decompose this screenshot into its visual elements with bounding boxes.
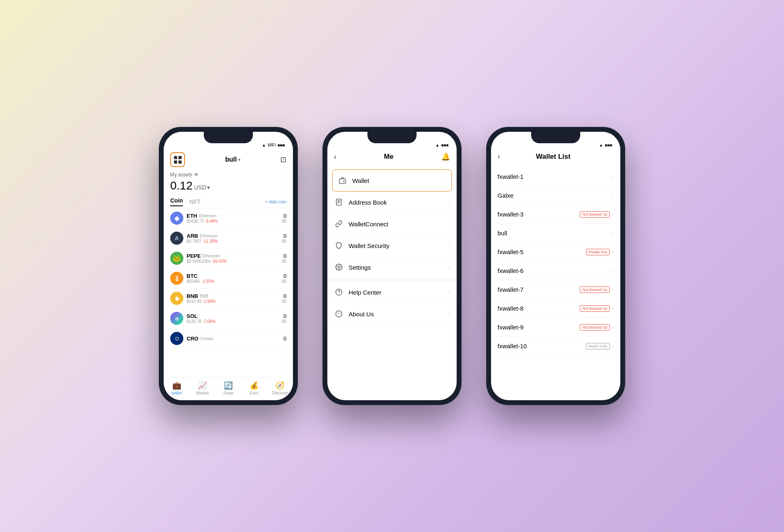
wallet-item-1[interactable]: fxwallet-1 › bbox=[491, 167, 620, 186]
wallet-list: fxwallet-1 › Galxe › fxwallet-3 Not Back… bbox=[491, 164, 620, 400]
menu-divider bbox=[327, 278, 457, 282]
coin-info-bnb: BNB BNB $592.69 -1.90% bbox=[187, 293, 282, 304]
menu-item-about-us[interactable]: About Us › bbox=[327, 303, 457, 325]
badge-watch-only-10: Watch Only bbox=[586, 343, 610, 349]
coin-price-arb: $0.7957 bbox=[187, 239, 203, 243]
currency-selector[interactable]: USD ▾ bbox=[194, 184, 210, 191]
wallet-item-3[interactable]: fxwallet-3 Not Backed Up › bbox=[491, 205, 620, 224]
nav-swap[interactable]: 🔄 Swap bbox=[218, 381, 239, 395]
wallet-item-bull[interactable]: bull › bbox=[491, 224, 620, 243]
menu-item-settings[interactable]: Settings › bbox=[327, 257, 457, 278]
menu-item-help-center[interactable]: Help Center › bbox=[327, 282, 457, 303]
wallet-arrow-1: › bbox=[612, 174, 614, 180]
wallet-item-7[interactable]: fxwallet-7 Not Backed Up › bbox=[491, 280, 620, 299]
back-button-2[interactable]: ‹ bbox=[334, 153, 336, 161]
svg-rect-0 bbox=[340, 179, 346, 183]
menu-item-wallet[interactable]: Wallet › bbox=[332, 169, 452, 192]
coin-change-sol: -7.66% bbox=[203, 319, 216, 324]
coin-network-pepe: Ethereum bbox=[203, 254, 220, 258]
coin-item-pepe[interactable]: 🐸 PEPE Ethereum $0.00001054 -10.43% 0 bbox=[170, 248, 286, 268]
coin-change-eth: -3.46% bbox=[205, 219, 218, 223]
tab-nft[interactable]: NFT bbox=[189, 198, 201, 205]
coin-logo-arb: A bbox=[170, 232, 183, 245]
status-icons-2: ▲■■■ bbox=[435, 143, 448, 147]
swap-nav-icon: 🔄 bbox=[224, 381, 233, 390]
menu-item-wallet-connect[interactable]: WalletConnect › bbox=[327, 213, 457, 235]
coin-usd-btc: $0 bbox=[282, 279, 286, 284]
menu-arrow-wallet-connect: › bbox=[448, 221, 450, 227]
wallet-name-7: fxwallet-7 bbox=[498, 286, 580, 293]
coin-amounts-eth: 0 $0 bbox=[282, 213, 286, 223]
coin-price-btc: $65481 bbox=[187, 279, 201, 284]
tab-coin[interactable]: Coin bbox=[170, 197, 183, 206]
coin-amount-arb: 0 bbox=[282, 233, 286, 239]
nav-market-label: Market bbox=[196, 391, 209, 395]
coin-amount-btc: 0 bbox=[282, 273, 286, 279]
coin-symbol-pepe: PEPE bbox=[187, 253, 201, 259]
coin-item-bnb[interactable]: ◆ BNB BNB $592.69 -1.90% 0 $0 bbox=[170, 289, 286, 309]
coin-item-btc[interactable]: ₿ BTC $65481 -1.03% 0 $0 bbox=[170, 268, 286, 289]
currency-chevron-icon: ▾ bbox=[207, 184, 210, 191]
phone-2: ▲■■■ ‹ Me 🔔 Wal bbox=[322, 127, 462, 405]
coin-change-pepe: -10.43% bbox=[212, 259, 227, 264]
coin-item-cro[interactable]: ⬡ CRO Cronos 0 bbox=[170, 329, 286, 349]
nav-earn-label: Earn bbox=[250, 391, 259, 395]
app-icon-button[interactable] bbox=[170, 152, 185, 167]
coin-change-arb: -11.20% bbox=[203, 239, 218, 243]
nav-wallet-label: wallet bbox=[171, 391, 182, 395]
wallet-item-6[interactable]: fxwallet-6 › bbox=[491, 261, 620, 280]
wallet-arrow-bull: › bbox=[612, 230, 614, 236]
wallet-item-8[interactable]: fxwallet-8 Not Backed Up › bbox=[491, 299, 620, 318]
menu-item-address-book[interactable]: Address Book › bbox=[327, 192, 457, 213]
phone-1: ▲WiFi■■■ bull ▾ ⊡ My assets 👁 bbox=[159, 127, 298, 405]
coin-logo-pepe: 🐸 bbox=[170, 252, 183, 265]
settings-icon bbox=[334, 262, 344, 272]
bell-icon[interactable]: 🔔 bbox=[441, 152, 450, 161]
scan-icon[interactable]: ⊡ bbox=[280, 155, 286, 164]
wallet-name-6: fxwallet-6 bbox=[498, 267, 612, 274]
wallet-arrow-5: › bbox=[612, 249, 614, 255]
wallet-menu-icon bbox=[338, 176, 347, 185]
wallet-nav-icon: 💼 bbox=[172, 381, 181, 390]
coin-item-sol[interactable]: ◎ SOL $135.78 -7.66% 0 $0 bbox=[170, 309, 286, 329]
wallet-name-9: fxwallet-9 bbox=[498, 324, 580, 331]
nav-wallet[interactable]: 💼 wallet bbox=[167, 381, 187, 395]
menu-arrow-wallet: › bbox=[445, 178, 446, 183]
help-center-icon bbox=[334, 287, 344, 297]
menu-label-wallet: Wallet bbox=[352, 177, 445, 184]
about-us-icon bbox=[334, 309, 344, 319]
coin-network-arb: Ethereum bbox=[200, 234, 217, 238]
wallet-name-label: bull bbox=[225, 156, 237, 163]
wallet-item-5[interactable]: fxwallet-5 Private Key › bbox=[491, 243, 620, 261]
wallet-name-8: fxwallet-8 bbox=[498, 305, 580, 312]
wallet-item-galxe[interactable]: Galxe › bbox=[491, 186, 620, 205]
badge-not-backed-8: Not Backed Up bbox=[580, 305, 610, 312]
coin-info-sol: SOL $135.78 -7.66% bbox=[187, 313, 282, 324]
nav-discover[interactable]: 🧭 Discover bbox=[270, 381, 290, 395]
add-coin-button[interactable]: + Add coin bbox=[265, 199, 286, 204]
wallet-item-9[interactable]: fxwallet-9 Not Backed Up › bbox=[491, 318, 620, 337]
back-button-3[interactable]: ‹ bbox=[498, 152, 500, 161]
coin-amounts-cro: 0 bbox=[284, 336, 286, 342]
badge-not-backed-7: Not Backed Up bbox=[580, 286, 610, 293]
coin-item-arb[interactable]: A ARB Ethereum $0.7957 -11.20% 0 $ bbox=[170, 228, 286, 248]
badge-not-backed-3: Not Backed Up bbox=[580, 211, 610, 218]
wallet-title[interactable]: bull ▾ bbox=[225, 156, 240, 163]
coin-info-eth: ETH Ethereum $3436.73 -3.46% bbox=[187, 213, 282, 223]
coin-change-btc: -1.03% bbox=[201, 279, 214, 284]
wallet-arrow-8: › bbox=[612, 306, 614, 311]
coin-info-pepe: PEPE Ethereum $0.00001054 -10.43% bbox=[187, 253, 282, 264]
wallet-item-10[interactable]: fxwallet-10 Watch Only › bbox=[491, 337, 620, 356]
balance-amount: 0.12 bbox=[170, 179, 193, 192]
coin-item-eth[interactable]: ◈ ETH Ethereum $3436.73 -3.46% 0 $ bbox=[170, 208, 286, 228]
nav-earn[interactable]: 💰 Earn bbox=[244, 381, 264, 395]
coin-usd-arb: $0 bbox=[282, 239, 286, 243]
eye-icon[interactable]: 👁 bbox=[194, 172, 199, 178]
menu-item-wallet-security[interactable]: Wallet Security › bbox=[327, 235, 457, 257]
coin-logo-eth: ◈ bbox=[170, 212, 183, 225]
coin-symbol-cro: CRO bbox=[187, 336, 198, 342]
coin-info-arb: ARB Ethereum $0.7957 -11.20% bbox=[187, 233, 282, 243]
nav-discover-label: Discover bbox=[272, 391, 288, 395]
coin-price-eth: $3436.73 bbox=[187, 219, 205, 223]
nav-market[interactable]: 📈 Market bbox=[192, 381, 213, 395]
